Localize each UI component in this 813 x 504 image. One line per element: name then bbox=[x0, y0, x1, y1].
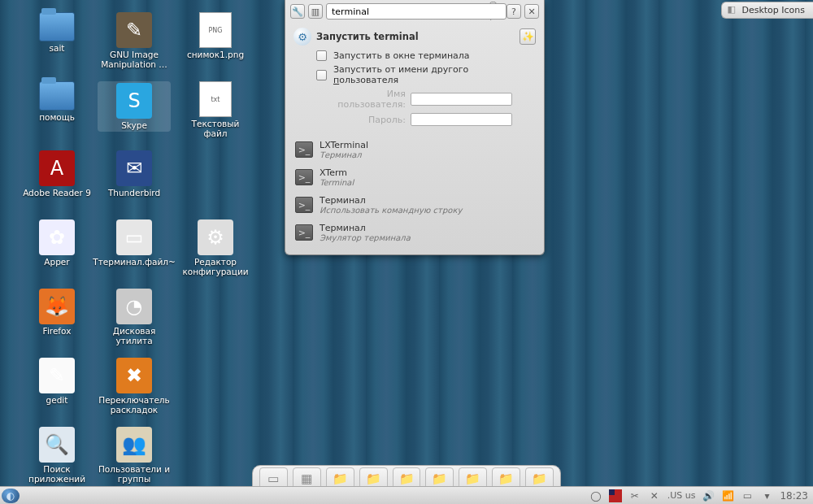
desktop-icon-xneur[interactable]: ✖Переключатель раскладок bbox=[98, 358, 171, 415]
app-icon: 🔍 bbox=[39, 427, 75, 463]
tray-icon-x[interactable]: ✕ bbox=[648, 489, 661, 502]
runner-result-3[interactable]: >_ТерминалЭмулятор терминала bbox=[293, 219, 536, 246]
result-title: Терминал bbox=[320, 195, 462, 206]
opt-run-in-terminal[interactable]: Запустить в окне терминала bbox=[316, 50, 536, 61]
desktop-icon-adobe[interactable]: AAdobe Reader 9 bbox=[20, 150, 93, 198]
desktop-icon-gimp[interactable]: ✎GNU Image Manipulation … bbox=[98, 12, 171, 69]
result-title: LXTerminal bbox=[320, 140, 368, 150]
desktop-icon-firefox[interactable]: 🦊Firefox bbox=[20, 289, 93, 336]
file-icon: PNG bbox=[199, 12, 232, 48]
app-icon: ✎ bbox=[39, 358, 75, 393]
tray-icon-battery[interactable]: ▭ bbox=[741, 489, 754, 502]
desktop-icon-sait[interactable]: sait bbox=[20, 12, 93, 53]
app-icon: A bbox=[39, 150, 75, 186]
password-field[interactable] bbox=[411, 113, 512, 126]
desktop-icon-label: Дисковая утилита bbox=[98, 326, 171, 345]
desktop-icon-txt[interactable]: txtТекстовый файл bbox=[179, 81, 252, 138]
terminal-icon: >_ bbox=[295, 224, 313, 241]
desktop-icon-label: снимок1.png bbox=[187, 50, 244, 59]
system-tray: ◯ ✂ ✕ .US us 🔊 📶 ▭ ▾ 18:23 bbox=[585, 489, 813, 502]
checkbox-run-in-terminal[interactable] bbox=[316, 50, 327, 61]
desktop-icon-label: Skype bbox=[121, 120, 147, 130]
bottom-panel: ◐ ◯ ✂ ✕ .US us 🔊 📶 ▭ ▾ 18:23 bbox=[0, 486, 813, 504]
runner-result-1[interactable]: >_XTermTerminal bbox=[293, 163, 536, 191]
runner-result-2[interactable]: >_ТерминалИспользовать командную строку bbox=[293, 191, 536, 219]
result-title: Терминал bbox=[320, 223, 411, 233]
tray-icon-scissors[interactable]: ✂ bbox=[628, 489, 641, 502]
desktop-icon-label: Переключатель раскладок bbox=[98, 395, 171, 415]
terminal-icon: >_ bbox=[295, 169, 313, 185]
desktop-icon-label: Текстовый файл bbox=[179, 119, 252, 138]
tray-icon-chevron[interactable]: ▾ bbox=[760, 489, 773, 502]
runner-search-input[interactable] bbox=[326, 3, 506, 20]
terminal-icon: >_ bbox=[295, 197, 313, 213]
desktop-icon-termfile[interactable]: ▭Tтерминал.файл~ bbox=[98, 219, 171, 267]
tray-icon-flag[interactable] bbox=[609, 489, 622, 502]
folder-icon bbox=[39, 12, 75, 41]
desktop-icon-confedit[interactable]: ⚙Редактор конфигурации bbox=[179, 219, 252, 276]
desktop-icon-tbird[interactable]: ✉Thunderbird bbox=[98, 150, 171, 198]
tray-icon-volume[interactable]: 🔊 bbox=[702, 489, 715, 502]
wrench-icon[interactable]: 🔧 bbox=[290, 4, 305, 19]
runner-titlebar: 🔧 ▥ ⓧ ▾ ? ✕ bbox=[285, 0, 544, 23]
file-icon: txt bbox=[199, 81, 232, 117]
desktop-icon-label: Firefox bbox=[43, 326, 72, 336]
desktop-icon-label: gedit bbox=[46, 395, 68, 405]
help-icon[interactable]: ? bbox=[506, 4, 521, 19]
app-icon: 👥 bbox=[116, 427, 152, 463]
desktop-icon-label: Tтерминал.файл~ bbox=[93, 257, 176, 267]
desktop-icon-label: Поиск приложений bbox=[20, 464, 93, 484]
app-icon: ✉ bbox=[116, 150, 152, 186]
username-label: Имя пользователя: bbox=[316, 89, 406, 110]
desktop-icon-usersgroups[interactable]: 👥Пользователи и группы bbox=[98, 427, 171, 484]
close-icon[interactable]: ✕ bbox=[524, 4, 539, 19]
desktop-icons-badge[interactable]: Desktop Icons bbox=[721, 2, 813, 19]
desktop-icon-label: Apper bbox=[44, 257, 69, 267]
runner-dialog: 🔧 ▥ ⓧ ▾ ? ✕ ⚙ Запустить terminal ✨ Запус… bbox=[285, 0, 545, 255]
start-button[interactable]: ◐ bbox=[2, 489, 20, 503]
result-subtitle: Терминал bbox=[320, 150, 368, 159]
result-subtitle: Terminal bbox=[320, 178, 354, 187]
app-icon: ✿ bbox=[39, 219, 75, 255]
opt-run-as-user[interactable]: Запустить от имени другого пользователя bbox=[316, 64, 536, 85]
desktop-icon-label: Adobe Reader 9 bbox=[23, 188, 91, 198]
desktop-icon-shot[interactable]: PNGснимок1.png bbox=[179, 12, 252, 59]
desktop-icon-label: Пользователи и группы bbox=[98, 464, 171, 484]
runner-body: ⚙ Запустить terminal ✨ Запустить в окне … bbox=[285, 23, 544, 254]
runner-results: >_LXTerminalТерминал>_XTermTerminal>_Тер… bbox=[293, 136, 536, 246]
password-label: Пароль: bbox=[316, 115, 406, 125]
checkbox-run-as-user[interactable] bbox=[316, 70, 327, 80]
desktop-icon-apper[interactable]: ✿Apper bbox=[20, 219, 93, 267]
result-subtitle: Эмулятор терминала bbox=[320, 233, 411, 242]
activity-icon[interactable]: ▥ bbox=[308, 4, 323, 19]
runner-result-0[interactable]: >_LXTerminalТерминал bbox=[293, 136, 536, 163]
desktop-icon-gedit[interactable]: ✎gedit bbox=[20, 358, 93, 405]
magic-wand-icon[interactable]: ✨ bbox=[520, 28, 536, 45]
tray-icon-network[interactable]: 📶 bbox=[721, 489, 734, 502]
gear-icon: ⚙ bbox=[293, 28, 311, 46]
tray-icon-globe[interactable]: ◯ bbox=[589, 489, 602, 502]
opt-run-as-user-label: Запустить от имени другого пользователя bbox=[333, 64, 536, 85]
folder-icon bbox=[39, 81, 75, 111]
result-subtitle: Использовать командную строку bbox=[320, 206, 462, 215]
app-icon: S bbox=[116, 83, 152, 119]
desktop-icon-diskutil[interactable]: ◔Дисковая утилита bbox=[98, 289, 171, 345]
clock[interactable]: 18:23 bbox=[780, 489, 808, 502]
app-icon: ✖ bbox=[116, 358, 152, 393]
runner-header: Запустить terminal bbox=[316, 31, 419, 42]
desktop-icon-label: sait bbox=[50, 43, 65, 53]
app-icon: ◔ bbox=[116, 289, 152, 324]
app-icon: ⚙ bbox=[198, 219, 233, 255]
terminal-icon: >_ bbox=[295, 141, 313, 158]
opt-run-in-terminal-label: Запустить в окне терминала bbox=[333, 50, 470, 61]
desktop-icon-label: Thunderbird bbox=[108, 188, 160, 198]
app-icon: ▭ bbox=[116, 219, 152, 255]
keyboard-layout-indicator[interactable]: .US us bbox=[667, 489, 696, 502]
username-field[interactable] bbox=[411, 93, 512, 106]
desktop-icon-label: GNU Image Manipulation … bbox=[98, 50, 171, 69]
desktop-icon-label: Редактор конфигурации bbox=[179, 257, 252, 276]
desktop-icon-searchapps[interactable]: 🔍Поиск приложений bbox=[20, 427, 93, 484]
desktop-icon-skype[interactable]: SSkype bbox=[98, 81, 171, 132]
app-icon: 🦊 bbox=[39, 289, 75, 324]
desktop-icon-help[interactable]: помощь bbox=[20, 81, 93, 122]
